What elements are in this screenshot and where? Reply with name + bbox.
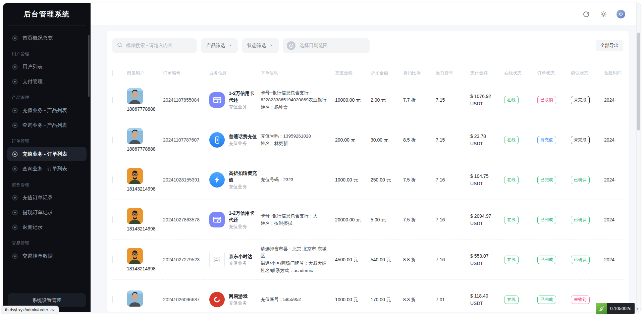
discount-amount: 250.00 元 xyxy=(371,176,403,183)
table-row: 18143214998 20241028155391 高折扣话费充值 充值业务 … xyxy=(112,160,623,200)
pay-amount: $ 1076.92USDT xyxy=(470,93,504,108)
sidebar-item[interactable]: 支付管理 xyxy=(7,74,87,89)
business-cell: 网易游戏 充值业务 xyxy=(209,292,261,307)
date-range-placeholder: 选择日期范围 xyxy=(300,43,328,49)
column-header[interactable]: 下单信息 xyxy=(261,70,335,76)
date-range-picker[interactable]: 选择日期范围 xyxy=(283,38,370,53)
table-row: 18143214998 20241027863578 1-2万信用卡代还 充值业… xyxy=(112,200,623,240)
row-checkbox[interactable] xyxy=(112,176,113,183)
discount-ratio: 7.5 折 xyxy=(403,176,436,183)
performance-widget[interactable]: 0.105002s ▼ xyxy=(596,303,639,314)
bullseye-icon xyxy=(12,195,18,201)
discount-amount: 30.00 元 xyxy=(371,137,403,144)
business-cell: 1-2万信用卡代还 充值业务 xyxy=(209,90,261,110)
order-info: 请选择省市县：北京 北京市 东城区街道/小区/商场门牌号：大叔大婶姓名/联系方式… xyxy=(261,245,335,274)
search-icon xyxy=(117,42,123,49)
discount-amount: 170.00 元 xyxy=(371,296,403,303)
avatar[interactable] xyxy=(127,128,143,144)
bullseye-icon xyxy=(12,151,18,157)
user-cell: 18143214998 xyxy=(127,248,163,271)
avatar[interactable] xyxy=(127,248,143,264)
sidebar-item[interactable]: 用户列表 xyxy=(7,60,87,74)
avatar[interactable] xyxy=(127,88,143,104)
sidebar-item[interactable]: 交易挂单数据 xyxy=(7,249,87,263)
created-at: 2024- xyxy=(604,257,629,262)
current-rate: 7.01 xyxy=(436,296,470,303)
sidebar-item[interactable]: 提现订单记录 xyxy=(7,205,87,219)
sidebar-item[interactable]: 查询业务 - 产品列表 xyxy=(7,118,87,132)
sidebar-section-label: 交易管理 xyxy=(6,235,87,248)
window-scrollbar[interactable] xyxy=(636,3,641,312)
business-cell: 京东小时达 充值业务 xyxy=(209,252,261,267)
recharge-amount: 200.00 元 xyxy=(335,137,371,144)
theme-light-icon[interactable] xyxy=(599,10,608,18)
column-header[interactable]: 折扣比例 xyxy=(403,70,436,76)
business-cell: 普通话费充值 充值业务 xyxy=(209,132,261,148)
user-cell: 18867778888 xyxy=(127,88,163,112)
product-name: 网易游戏 xyxy=(229,293,248,300)
column-header[interactable]: 确认状态 xyxy=(571,70,604,76)
discount-ratio: 7.5 折 xyxy=(403,216,436,223)
avatar[interactable] xyxy=(127,168,143,184)
column-header[interactable]: 支付金额 xyxy=(470,70,504,76)
sidebar-section-label: 订单管理 xyxy=(6,133,87,146)
column-header[interactable]: 订单状态 xyxy=(537,70,571,76)
sidebar-item[interactable]: 充值业务 - 产品列表 xyxy=(7,103,87,117)
order-number: 20241026096687 xyxy=(163,297,209,302)
export-all-button[interactable]: 全部导出 xyxy=(596,40,623,51)
settings-icon[interactable]: ⚙ xyxy=(616,10,625,18)
sidebar-scrollbar-thumb[interactable] xyxy=(88,35,90,97)
discount-amount: 540.00 元 xyxy=(371,256,403,263)
sidebar-item-label: 支付管理 xyxy=(22,78,43,85)
row-checkbox[interactable] xyxy=(112,296,113,303)
order-status-badge: 待充值 xyxy=(537,136,556,144)
column-header[interactable]: 在线状态 xyxy=(504,70,537,76)
order-number: 20241027863578 xyxy=(163,217,209,222)
column-header[interactable]: 归属用户 xyxy=(127,70,163,76)
column-header[interactable]: 充值金额 xyxy=(335,70,371,76)
sidebar-item[interactable]: 返佣记录 xyxy=(7,220,87,234)
window-scrollbar-thumb[interactable] xyxy=(637,33,640,130)
column-header[interactable]: 当前费率 xyxy=(436,70,470,76)
discount-ratio: 8.8 折 xyxy=(403,256,436,263)
row-checkbox[interactable] xyxy=(112,137,113,143)
broken-image-icon xyxy=(209,252,225,267)
product-filter-dropdown[interactable]: 产品筛选 xyxy=(201,38,238,53)
sidebar-section-label: 用户管理 xyxy=(6,46,87,59)
select-all-checkbox[interactable] xyxy=(112,70,113,76)
refresh-icon[interactable] xyxy=(582,10,590,18)
bullseye-icon xyxy=(12,64,18,70)
sidebar-item[interactable]: 充值业务 - 订单列表 xyxy=(7,147,87,161)
avatar[interactable] xyxy=(127,291,143,307)
row-checkbox[interactable] xyxy=(112,97,113,103)
content: 模糊搜索 - 请输入内容 产品筛选 状态筛选 xyxy=(91,31,641,312)
product-type: 充值业务 xyxy=(229,104,257,110)
avatar[interactable] xyxy=(127,208,143,224)
business-cell: 高折扣话费充值 充值业务 xyxy=(209,170,261,190)
bullseye-icon xyxy=(12,122,18,128)
pay-amount: $ 104.75USDT xyxy=(470,172,504,188)
caret-down-icon[interactable]: ▼ xyxy=(636,307,639,311)
sidebar-item[interactable]: 查询业务 - 订单列表 xyxy=(7,162,87,176)
bullseye-icon xyxy=(12,166,18,172)
topbar: ⚙ xyxy=(91,3,641,25)
confirm-status-badge: 已确认 xyxy=(571,256,590,264)
credit-card-icon xyxy=(209,212,225,227)
bullseye-icon xyxy=(12,253,18,259)
search-input[interactable]: 模糊搜索 - 请输入内容 xyxy=(112,38,197,53)
user-cell: 18867778888 xyxy=(127,128,163,152)
column-header[interactable]: 业务信息 xyxy=(209,70,261,76)
column-header[interactable]: 折扣金额 xyxy=(371,70,403,76)
status-filter-dropdown[interactable]: 状态筛选 xyxy=(242,38,279,53)
column-header[interactable]: 创建时间 xyxy=(604,70,629,76)
system-settings-button[interactable]: 系统设置管理 xyxy=(8,293,86,307)
discount-ratio: 8.5 折 xyxy=(403,137,436,144)
sidebar-item[interactable]: 首页概况总览 xyxy=(7,31,87,45)
confirm-status-badge: 已确认 xyxy=(571,216,590,224)
user-cell: 18143214998 xyxy=(127,168,163,192)
order-number: 20241027279523 xyxy=(163,257,209,262)
row-checkbox[interactable] xyxy=(112,256,113,263)
row-checkbox[interactable] xyxy=(112,216,113,223)
column-header[interactable]: 订单编号 xyxy=(163,70,209,76)
sidebar-item[interactable]: 充值订单记录 xyxy=(7,191,87,205)
